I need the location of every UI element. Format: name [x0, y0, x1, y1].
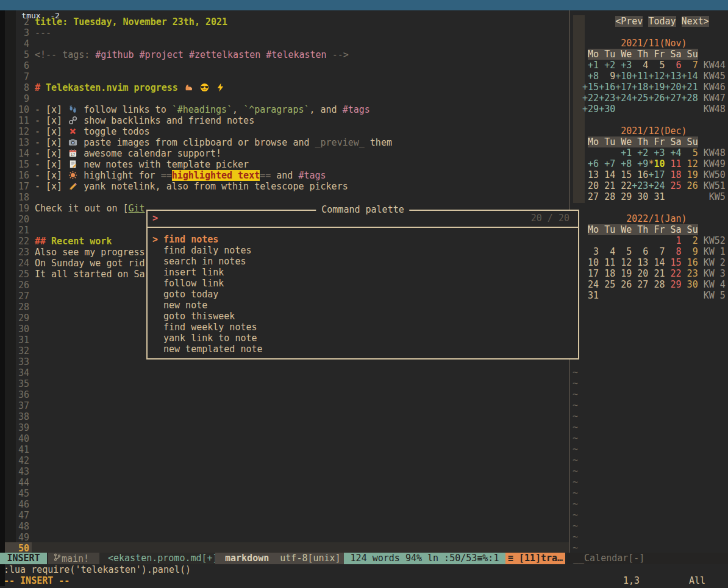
- text-token: and: [271, 170, 298, 181]
- tilde-marker: ~: [573, 400, 578, 411]
- palette-item-new-note[interactable]: new note: [148, 300, 578, 311]
- text-token: +24: [648, 180, 665, 191]
- text-token: KW5: [709, 191, 726, 202]
- calendar-row[interactable]: 10 11 12 13 14 15 16 KW 2: [577, 257, 726, 268]
- text-token: 13 14 15 16: [582, 169, 648, 180]
- calendar-row[interactable]: 2022/1(Jan): [577, 213, 687, 224]
- text-token: +30: [599, 104, 615, 115]
- text-token: #: [35, 82, 46, 93]
- text-token: [698, 169, 704, 180]
- text-token: - [x]: [35, 159, 68, 170]
- calendar-row[interactable]: Mo Tu We Th Fr Sa Su: [577, 49, 698, 60]
- calendar-row[interactable]: +22+23+24+25+26+27+28 KW47: [577, 93, 726, 104]
- next-button[interactable]: Next>: [682, 16, 709, 27]
- palette-item-insert-link[interactable]: insert link: [148, 267, 578, 278]
- calendar-row[interactable]: 2021/11(Nov): [577, 38, 687, 49]
- line-text: - [x] 17 awesome calendar support!: [35, 148, 221, 159]
- palette-item-goto-thisweek[interactable]: goto thisweek: [148, 311, 578, 322]
- palette-item-search-in-notes[interactable]: search in notes: [148, 256, 578, 267]
- text-token: 9: [599, 71, 615, 82]
- filename-segment[interactable]: <ekasten.promo.md[+]: [99, 553, 215, 564]
- text-token: 20 21 22: [582, 180, 632, 191]
- calendar-row[interactable]: 3 4 5 6 7 8 9 KW 1: [577, 246, 726, 257]
- calendar-row[interactable]: 17 18 19 20 21 22 23 KW 3: [577, 268, 726, 279]
- tilde-marker: ~: [573, 476, 578, 487]
- palette-item-label: insert link: [163, 267, 224, 278]
- text-token: Telekasten.nvim progress: [46, 82, 184, 93]
- calendar-row[interactable]: 24 25 26 27 28 29 30 KW 4: [577, 279, 726, 290]
- git-branch-segment[interactable]: main!: [48, 553, 99, 564]
- stats-segment: 124 words 94% ln :50/53≡%:1: [344, 553, 505, 564]
- text-token: +26: [648, 93, 665, 104]
- tilde-marker: ~: [573, 422, 578, 433]
- editor-line: 41: [0, 444, 569, 455]
- calendar-row[interactable]: +15+16+17+18+19+20+21 KW46: [577, 82, 726, 93]
- text-token: - [x]: [35, 181, 68, 192]
- command-palette: Command palette > 20 / 20 >find notesfin…: [146, 210, 579, 360]
- text-token: [577, 158, 582, 169]
- palette-item-yank-link-to-note[interactable]: yank link to note: [148, 333, 578, 344]
- tilde-marker: ~: [573, 531, 578, 542]
- calendar-row[interactable]: +29+30 KW48: [577, 104, 726, 115]
- palette-item-label: new note: [163, 300, 207, 311]
- palette-item-follow-link[interactable]: follow link: [148, 278, 578, 289]
- text-token: - [x]: [35, 148, 68, 159]
- calendar-row[interactable]: 13 14 15 16+17 18 19 KW50: [577, 169, 726, 180]
- buffer-tab-segment[interactable]: ≡ [11]tra…: [505, 553, 565, 564]
- text-token: [577, 60, 582, 71]
- calendar-row[interactable]: +1 +2 +3 4 5 6 7 KW44: [577, 60, 726, 71]
- text-token: +27: [665, 93, 682, 104]
- line-text: - [x] toggle todos: [35, 126, 150, 137]
- text-token: KW52: [704, 235, 726, 246]
- line-number: 16: [0, 170, 29, 181]
- text-token: +25: [632, 93, 648, 104]
- text-token: 10: [654, 158, 665, 169]
- text-token: KW44: [704, 60, 726, 71]
- calendar-row[interactable]: +6 +7 +8 +9*10 11 12 KW49: [577, 158, 726, 169]
- text-token: [698, 104, 704, 115]
- text-token: [698, 147, 704, 158]
- text-token: +8: [582, 71, 599, 82]
- calendar-row[interactable]: +8 9+10+11+12+13+14 KW45: [577, 71, 726, 82]
- encoding-label: utf-8[unix]: [280, 553, 340, 564]
- command-line[interactable]: :lua require('telekasten').panel(): [4, 564, 191, 575]
- line-number: 39: [0, 422, 29, 433]
- palette-separator: [147, 227, 579, 228]
- line-number: 18: [0, 192, 29, 203]
- editor-line: 37: [0, 400, 569, 411]
- calendar-row[interactable]: Mo Tu We Th Fr Sa Su: [577, 136, 698, 147]
- line-number: 7: [0, 71, 29, 82]
- line-number: 12: [0, 126, 29, 137]
- line-number: 42: [0, 455, 29, 466]
- calendar-row[interactable]: Mo Tu We Th Fr Sa Su: [577, 224, 698, 235]
- text-token: [698, 71, 704, 82]
- calendar-row[interactable]: 1 2 KW52: [577, 235, 726, 246]
- text-token: - [x]: [35, 170, 68, 181]
- calendar-row[interactable]: 27 28 29 30 31 KW5: [577, 191, 726, 202]
- line-number: 22: [0, 236, 29, 247]
- statusline: INSERT main! <ekasten.promo.md[+] markdo…: [0, 553, 728, 564]
- text-token: KW48: [704, 147, 726, 158]
- text-token: +23: [599, 93, 615, 104]
- prev-button[interactable]: <Prev: [615, 16, 643, 27]
- text-token: - [x]: [35, 137, 68, 148]
- text-token: [194, 82, 199, 93]
- calendar-row[interactable]: 20 21 22+23+24 25 26 KW51: [577, 180, 726, 191]
- cross-icon: [68, 126, 78, 137]
- palette-item-goto-today[interactable]: goto today: [148, 289, 578, 300]
- line-text: ## Recent work: [35, 236, 112, 247]
- palette-item-new-templated-note[interactable]: new templated note: [148, 344, 578, 355]
- palette-item-find-daily-notes[interactable]: find daily notes: [148, 245, 578, 256]
- calendar-row[interactable]: 2021/12(Dec): [577, 126, 687, 136]
- calendar-row[interactable]: 31 KW 5: [577, 290, 726, 301]
- line-number: 27: [0, 291, 29, 302]
- text-token: 29: [665, 279, 682, 290]
- palette-item-find-weekly-notes[interactable]: find weekly notes: [148, 322, 578, 333]
- calendar-row[interactable]: +1 +2 +3 +4 5 KW48: [577, 147, 726, 158]
- palette-item-find-notes[interactable]: >find notes: [148, 234, 578, 245]
- today-button[interactable]: Today: [648, 16, 676, 27]
- tilde-marker: ~: [573, 389, 578, 400]
- text-token: +19: [648, 82, 665, 93]
- text-token: [698, 290, 704, 301]
- palette-prompt-row[interactable]: > 20 / 20: [148, 211, 578, 227]
